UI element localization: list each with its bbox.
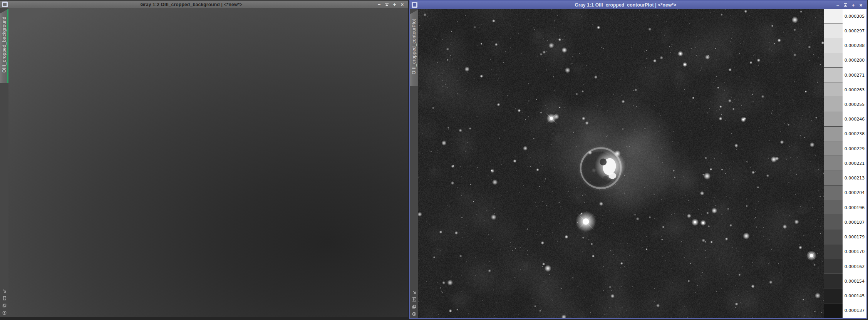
legend-value: 0.000154 (843, 274, 866, 288)
legend-row: 0.000196 (824, 200, 866, 215)
legend-swatch (824, 200, 843, 215)
legend-row: 0.000145 (824, 288, 866, 303)
legend-swatch (824, 38, 843, 53)
window-thumbnail-icon-inner (3, 3, 7, 6)
window-title: Gray 1:2 OIII_cropped_background | <*new… (15, 1, 367, 8)
image-tab-background[interactable]: OIII_cropped_background (0, 9, 8, 83)
legend-value: 0.000145 (843, 288, 866, 303)
legend-value: 0.000179 (843, 230, 866, 245)
window-side-strip: OIII_cropped_background (0, 8, 8, 317)
legend-swatch (824, 82, 843, 97)
close-button[interactable]: × (858, 2, 864, 8)
desktop: Gray 1:2 OIII_cropped_background | <*new… (0, 0, 868, 320)
legend-swatch (824, 68, 843, 82)
legend-value: 0.000238 (843, 127, 866, 141)
legend-swatch (824, 274, 843, 288)
shade-button[interactable] (384, 2, 390, 7)
legend-value: 0.000221 (843, 156, 866, 171)
fit-view-icon[interactable] (412, 297, 417, 302)
window-thumbnail-icon[interactable] (412, 2, 417, 8)
legend-swatch (824, 53, 843, 68)
legend-value: 0.000213 (843, 171, 866, 186)
legend-swatch (824, 245, 843, 259)
background-model-image[interactable] (8, 8, 408, 317)
legend-value: 0.000263 (843, 82, 866, 97)
legend-swatch (824, 23, 843, 38)
legend-swatch (824, 215, 843, 230)
side-icon-stack (410, 290, 418, 317)
image-tab-label: OIII_cropped_background (2, 17, 7, 75)
window-contourplot[interactable]: Gray 1:1 OIII_cropped_contourPlot | <*ne… (409, 0, 867, 319)
legend-value: 0.000204 (843, 186, 866, 200)
window-thumbnail-icon-inner (413, 3, 416, 7)
image-tab-label: OIII_cropped_contourPlot (411, 19, 417, 77)
legend-swatch (824, 127, 843, 141)
legend-row: 0.000305 (824, 9, 866, 23)
legend-row: 0.000179 (824, 230, 866, 245)
minimize-button[interactable]: − (835, 2, 841, 8)
duplicate-icon[interactable] (412, 304, 417, 309)
minimize-button[interactable]: − (376, 2, 382, 7)
window-controls: − + × (835, 1, 864, 9)
side-icon-stack (0, 288, 8, 315)
legend-swatch (824, 171, 843, 186)
legend-value: 0.000255 (843, 97, 866, 112)
legend-value: 0.000271 (843, 68, 866, 82)
window-background-titlebar[interactable]: Gray 1:2 OIII_cropped_background | <*new… (0, 0, 408, 8)
legend-row: 0.000288 (824, 38, 866, 53)
legend-row: 0.000137 (824, 303, 866, 318)
legend-row: 0.000246 (824, 112, 866, 127)
window-contourplot-titlebar[interactable]: Gray 1:1 OIII_cropped_contourPlot | <*ne… (410, 1, 866, 9)
legend-swatch (824, 186, 843, 200)
resize-arrow-icon[interactable] (2, 288, 7, 293)
legend-value: 0.000229 (843, 141, 866, 156)
legend-row: 0.000187 (824, 215, 866, 230)
legend-swatch (824, 288, 843, 303)
legend-row: 0.000162 (824, 259, 866, 274)
legend-swatch (824, 230, 843, 245)
legend-row: 0.000255 (824, 97, 866, 112)
legend-value: 0.000297 (843, 23, 866, 38)
close-button[interactable]: × (399, 2, 405, 7)
zoom-button[interactable]: + (850, 2, 856, 8)
zoom-button[interactable]: + (392, 2, 397, 7)
legend-swatch (824, 156, 843, 171)
resize-arrow-icon[interactable] (412, 290, 417, 295)
legend-row: 0.000263 (824, 82, 866, 97)
fit-view-icon[interactable] (2, 296, 7, 301)
legend-value: 0.000280 (843, 53, 866, 68)
shade-icon (385, 3, 389, 7)
contour-legend: 0.0003050.0002970.0002880.0002800.000271… (824, 9, 866, 318)
legend-row: 0.000221 (824, 156, 866, 171)
window-controls: − + × (376, 1, 405, 8)
track-view-icon[interactable] (2, 310, 7, 315)
legend-swatch (824, 112, 843, 127)
starfield-image[interactable] (418, 9, 824, 318)
legend-row: 0.000170 (824, 245, 866, 259)
legend-row: 0.000204 (824, 186, 866, 200)
legend-swatch (824, 141, 843, 156)
legend-row: 0.000297 (824, 23, 866, 38)
legend-value: 0.000288 (843, 38, 866, 53)
legend-value: 0.000305 (843, 9, 866, 23)
legend-swatch (824, 9, 843, 23)
window-body: OIII_cropped_contourPlot 0.0003050.00029… (410, 9, 866, 318)
legend-swatch (824, 259, 843, 274)
window-side-strip: OIII_cropped_contourPlot (410, 9, 418, 318)
legend-swatch (824, 97, 843, 112)
shade-button[interactable] (843, 2, 848, 8)
shade-icon (843, 3, 848, 7)
image-tab-contourplot[interactable]: OIII_cropped_contourPlot (410, 10, 418, 86)
track-view-icon[interactable] (412, 312, 417, 317)
window-background[interactable]: Gray 1:2 OIII_cropped_background | <*new… (0, 0, 408, 317)
window-thumbnail-icon[interactable] (2, 2, 8, 7)
window-title: Gray 1:1 OIII_cropped_contourPlot | <*ne… (425, 1, 826, 9)
legend-row: 0.000154 (824, 274, 866, 288)
legend-swatch (824, 303, 843, 318)
legend-row: 0.000213 (824, 171, 866, 186)
legend-row: 0.000229 (824, 141, 866, 156)
legend-row: 0.000280 (824, 53, 866, 68)
legend-value: 0.000196 (843, 200, 866, 215)
legend-value: 0.000170 (843, 245, 866, 259)
duplicate-icon[interactable] (2, 303, 7, 308)
